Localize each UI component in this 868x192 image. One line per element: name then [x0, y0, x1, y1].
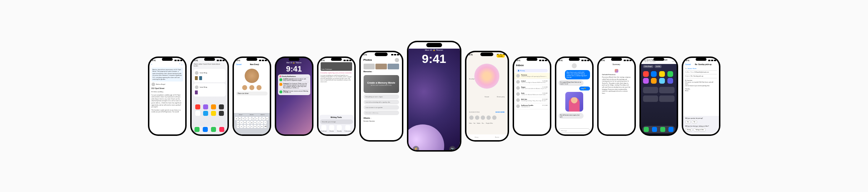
- tab-library[interactable]: Library: [475, 137, 479, 138]
- app-icon[interactable]: [643, 78, 649, 84]
- app-icon[interactable]: [659, 71, 665, 77]
- option-no[interactable]: No: [692, 120, 697, 124]
- app-icon[interactable]: [211, 104, 216, 109]
- message-input[interactable]: iMessage: [558, 128, 590, 133]
- describe-memory-input[interactable]: Describe a Memory...: [364, 110, 399, 115]
- profile-icon[interactable]: [395, 58, 399, 62]
- widget[interactable]: [643, 87, 658, 93]
- create-button[interactable]: Create: [497, 54, 504, 58]
- variant[interactable]: [242, 85, 247, 90]
- notification[interactable]: Edelma Summer storms arrived. Meeting at…: [279, 89, 309, 94]
- albums-section[interactable]: Albums: [361, 116, 402, 120]
- tab-browse[interactable]: Browse: [495, 137, 499, 138]
- message-out[interactable]: omg 😂: [579, 87, 590, 90]
- cc-field[interactable]: Cc/Bcc, From: B.Gandhi@icloud.com: [685, 71, 717, 73]
- mail-row[interactable]: Guillermo Castillo 8:51 AMChecked this i…: [514, 103, 550, 109]
- focus-mode-pill[interactable]: Just Me: [654, 65, 662, 68]
- app-icon[interactable]: [659, 78, 665, 84]
- person-avatar[interactable]: [486, 115, 491, 120]
- app-icon[interactable]: [667, 78, 673, 84]
- chat-header[interactable]: [556, 62, 592, 69]
- app-icon[interactable]: [643, 71, 649, 77]
- primary-filter[interactable]: 👤 Primary: [516, 69, 548, 72]
- dock-safari-icon[interactable]: [203, 127, 208, 132]
- collection-label[interactable]: Dinner party: [497, 96, 505, 98]
- subject-field[interactable]: Subject: Re: Sunday pick-up: [685, 75, 717, 77]
- variant[interactable]: [256, 85, 262, 90]
- ai-generated-image[interactable]: [565, 92, 583, 112]
- flashlight-button[interactable]: ⚡: [413, 146, 419, 150]
- show-more-button[interactable]: SHOW MORE: [495, 111, 505, 113]
- reply-body[interactable]: Let me know if you need anything else.: [685, 85, 717, 87]
- rewrite-button[interactable]: Rewrite: [329, 125, 334, 132]
- app-icon[interactable]: [219, 111, 224, 116]
- create-memory-card[interactable]: Create a Memory Movie WITH JUST A DESCRI…: [364, 75, 399, 93]
- mail-actions[interactable]: ⌃ ⌄: [179, 63, 183, 65]
- memory-prompt[interactable]: Everything we ate in Japan: [364, 94, 399, 99]
- variant[interactable]: [249, 85, 254, 90]
- person-avatar[interactable]: [492, 115, 497, 120]
- notification[interactable]: Instacart Your Instacart Order is on the…: [279, 82, 309, 89]
- app-icon[interactable]: [651, 78, 657, 84]
- dock-music-icon[interactable]: [219, 127, 224, 132]
- pinned-mail[interactable]: TerrenceInvited to Uditaya café opening …: [514, 73, 550, 79]
- option-yes[interactable]: Yes: [685, 120, 691, 124]
- option-uber[interactable]: Taking an Uber: [694, 128, 706, 132]
- person-avatar[interactable]: [481, 115, 485, 120]
- sender-row[interactable]: Markus Bergel: [152, 83, 183, 86]
- memories-section[interactable]: Memories: [361, 69, 402, 74]
- mail-row[interactable]: Nappa 9:14 AMOrder lunch and coffee for …: [514, 85, 550, 91]
- widget[interactable]: [659, 95, 675, 102]
- widget[interactable]: [643, 95, 658, 102]
- app-icon[interactable]: [195, 111, 200, 116]
- professional-button[interactable]: Professional: [345, 125, 351, 132]
- proofread-button[interactable]: Proofread: [321, 125, 326, 132]
- dock-mail-icon[interactable]: [668, 127, 673, 132]
- cancel-button[interactable]: Cancel: [685, 63, 691, 65]
- photo-thumb[interactable]: [375, 64, 387, 69]
- recent-strip[interactable]: [361, 64, 402, 69]
- app-icon[interactable]: [203, 104, 208, 109]
- mail-row[interactable]: Adit Jain 8:53 AMSomething exciting. Oka…: [514, 97, 550, 103]
- message-in[interactable]: Not all heroes wear capes, but you: [558, 113, 584, 119]
- dock-messages-icon[interactable]: [660, 127, 665, 132]
- focus-contact-pill[interactable]: Céline Borget: [643, 65, 653, 68]
- mail-row[interactable]: United 9:28 AMCheck in for flight to New…: [514, 79, 550, 85]
- send-button[interactable]: ↑: [716, 63, 717, 65]
- dock-safari-icon[interactable]: [652, 127, 657, 132]
- priority-notifications[interactable]: Priority Notifications Isabella Laurent …: [278, 74, 310, 95]
- person-avatar[interactable]: [475, 115, 479, 120]
- reply-signoff[interactable]: Thanks, Brian: [685, 88, 717, 92]
- reply-body[interactable]: Of course, no trouble! We'll be there an…: [685, 81, 717, 85]
- widget[interactable]: [659, 87, 675, 93]
- dock-messages-icon[interactable]: [211, 127, 216, 132]
- app-icon[interactable]: [195, 104, 200, 109]
- prompt-input[interactable]: Race car driver: [236, 92, 268, 95]
- describe-change-input[interactable]: Describe your change: [320, 119, 353, 124]
- siri-result-card[interactable]: Ivana Hong: [193, 69, 226, 82]
- back-button[interactable]: ‹: [152, 63, 152, 65]
- album-row[interactable]: Summer Vacation: [361, 120, 402, 122]
- app-icon[interactable]: [219, 104, 224, 109]
- keyboard[interactable]: "driver" drivers driver's qwertyuiop asd…: [234, 113, 270, 134]
- to-field[interactable]: To: Jessica Gavin: [685, 68, 717, 69]
- message-out[interactable]: Any chance you could catsit Chico next w…: [565, 70, 590, 79]
- memory-prompt[interactable]: Leo trick-or-treating with a spooky vibe: [364, 100, 399, 104]
- app-icon[interactable]: [211, 111, 216, 116]
- collection-orb[interactable]: [474, 64, 499, 89]
- cancel-button[interactable]: Cancel: [236, 63, 242, 65]
- option-driving[interactable]: Driving: [685, 128, 693, 132]
- camera-button[interactable]: 📷: [449, 146, 456, 150]
- person-avatar[interactable]: [469, 115, 474, 120]
- app-icon[interactable]: [667, 71, 673, 77]
- mail-row[interactable]: Katie 9:06 AMContract for Michael Robins…: [514, 91, 550, 97]
- friendly-button[interactable]: Friendly: [337, 125, 342, 132]
- notification[interactable]: Isabella Laurent Invite for dinner with …: [279, 77, 309, 82]
- dock-phone-icon[interactable]: [195, 127, 200, 132]
- photo-thumb[interactable]: [388, 64, 399, 69]
- app-icon[interactable]: [203, 111, 208, 116]
- memory-prompt[interactable]: Last summer in our garden: [364, 105, 399, 110]
- message-in[interactable]: It's a good thing I love that cat so muc…: [558, 80, 584, 86]
- app-icon[interactable]: [651, 71, 657, 77]
- siri-result-card[interactable]: Ivana Hong: [193, 83, 226, 97]
